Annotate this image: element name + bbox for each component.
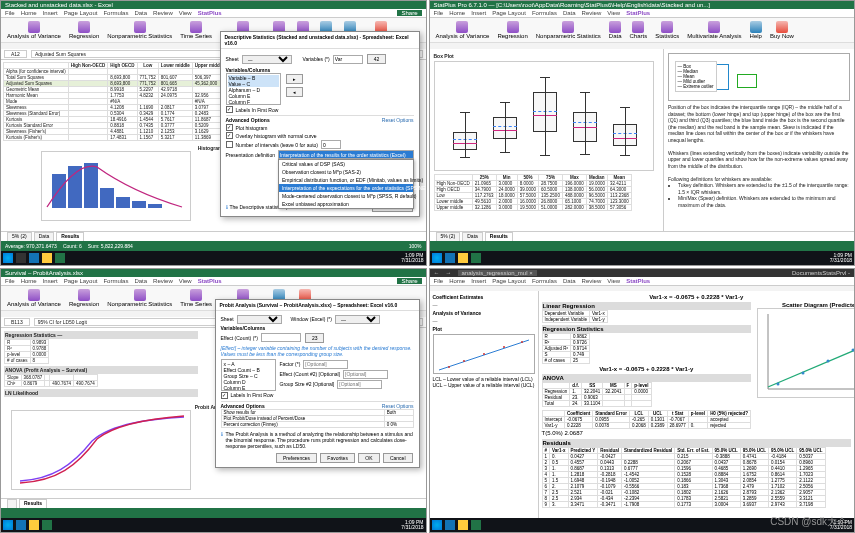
boxplot-title: Box Plot: [434, 53, 659, 59]
ribbon-tabs-br[interactable]: FileHomeInsertPage LayoutFormulasDataRev…: [430, 277, 855, 286]
reset-link-bl[interactable]: Reset Options: [382, 403, 414, 409]
sheet-tab-2[interactable]: Data: [34, 232, 55, 241]
panel-probit: Survival – ProbitAnalysis.xlsx FileHomeI…: [0, 268, 427, 534]
ok-button[interactable]: OK: [358, 453, 379, 463]
tab-data[interactable]: Data: [134, 10, 147, 16]
name-box-bl[interactable]: B113: [4, 318, 30, 326]
main-results[interactable]: Var1-x = -0.0675 + 0.2228 * Var1-y Linea…: [539, 291, 855, 519]
svg-point-1: [463, 360, 465, 362]
tab-file[interactable]: File: [5, 10, 15, 16]
panel-descriptive-stats: Stacked and unstacked data.xlsx - Excel …: [0, 0, 427, 266]
probit-dialog[interactable]: Probit Analysis (Survival – ProbitAnalys…: [215, 299, 420, 468]
explorer-icon[interactable]: [29, 520, 39, 530]
start-icon[interactable]: [3, 520, 13, 530]
explorer-icon[interactable]: [458, 520, 468, 530]
sheet-tabs-bl[interactable]: Results: [1, 498, 426, 508]
taskbar-br[interactable]: 1:10 PM7/31/2018: [430, 518, 855, 532]
boxplot-legend: — Box— Median— Mean— Mild outlier— Extre…: [675, 61, 717, 92]
sheet-select-bl[interactable]: [237, 315, 282, 324]
sheet-tab-1[interactable]: 5% (2): [7, 232, 32, 241]
left-help-pane: Coefficient Estimates — Analysis of Vari…: [430, 291, 539, 519]
effect2-input[interactable]: [343, 370, 388, 379]
start-icon[interactable]: [3, 253, 13, 263]
vars-input[interactable]: [333, 55, 363, 64]
factor-input[interactable]: [303, 360, 348, 369]
excel-icon[interactable]: [471, 253, 481, 263]
titlebar: Stacked and unstacked data.xlsx - Excel: [1, 1, 426, 9]
start-icon[interactable]: [432, 520, 442, 530]
fwd-icon[interactable]: →: [446, 270, 452, 276]
tool-anova[interactable]: Analysis of Variance: [5, 20, 63, 40]
worksheet-tr[interactable]: Box Plot 25%Min50%75%MaxMedianMeanHigh N…: [430, 49, 855, 251]
favs-button[interactable]: Favorites: [320, 453, 355, 463]
residuals-table[interactable]: #Var1-xPredicted YResidualStandardized R…: [542, 447, 826, 508]
panel-boxplot: StatPlus Pro 6.7.1.0 — [C:\Users\root\Ap…: [429, 0, 856, 266]
edge-icon[interactable]: [16, 520, 26, 530]
labels-checkbox-bl[interactable]: [221, 392, 228, 399]
descriptive-stats-dialog[interactable]: Descriptive Statistics (Stacked and unst…: [220, 31, 420, 217]
excel-icon[interactable]: [471, 520, 481, 530]
statusbar: Average: 970,371.6473 Count: 6 Sum: 5,82…: [1, 241, 426, 251]
edge-icon[interactable]: [29, 253, 39, 263]
prefs-button-bl[interactable]: Preferences: [276, 453, 317, 463]
taskbar-tr[interactable]: 1:09 PM7/31/2018: [430, 251, 855, 265]
columns-listbox-bl[interactable]: x – AEffect Count – BGroup Size – CColum…: [221, 359, 276, 391]
presentation-select[interactable]: [278, 150, 414, 159]
labels-checkbox[interactable]: [226, 106, 233, 113]
tab-pagelayout[interactable]: Page Layout: [64, 10, 98, 16]
tool-timeseries[interactable]: Time Series: [178, 20, 214, 40]
start-icon[interactable]: [432, 253, 442, 263]
sheet-tabs[interactable]: 5% (2) Data Results: [1, 231, 426, 241]
search-icon[interactable]: [16, 253, 26, 263]
taskbar[interactable]: 1:09 PM7/31/2018: [1, 251, 426, 265]
add-button[interactable]: 42: [367, 54, 387, 64]
group-input[interactable]: [337, 380, 382, 389]
sheet-select[interactable]: —: [242, 55, 292, 64]
cancel-button[interactable]: Cancel: [383, 453, 413, 463]
explorer-icon[interactable]: [42, 253, 52, 263]
window-select[interactable]: —: [335, 315, 380, 324]
sheet-tabs-tr[interactable]: 5% (2) Data Results: [430, 231, 855, 241]
browser-tab[interactable]: analysis_regression_mul ×: [458, 270, 537, 276]
titlebar-bl: Survival – ProbitAnalysis.xlsx: [1, 269, 426, 277]
add-effect[interactable]: 23: [305, 333, 325, 343]
tab-review[interactable]: Review: [153, 10, 173, 16]
move-right-icon[interactable]: ▸: [286, 74, 303, 84]
tab-formulas[interactable]: Formulas: [103, 10, 128, 16]
share-button[interactable]: Share: [397, 10, 421, 16]
tab-view[interactable]: View: [179, 10, 192, 16]
tab-statplus[interactable]: StatPlus: [198, 10, 222, 16]
svg-point-9: [826, 359, 829, 362]
boxplot-chart: [434, 61, 654, 171]
edge-icon[interactable]: [445, 253, 455, 263]
statusbar-tr: [430, 241, 855, 251]
edge-icon[interactable]: [445, 520, 455, 530]
reset-link[interactable]: Reset Options: [382, 117, 414, 123]
ribbon-tabs[interactable]: File Home Insert Page Layout Formulas Da…: [1, 9, 426, 18]
columns-listbox[interactable]: Variable – BValue – CAlphanum – DColumn …: [226, 73, 281, 105]
explorer-icon[interactable]: [458, 253, 468, 263]
effect-input[interactable]: [261, 333, 301, 342]
app-title: Stacked and unstacked data.xlsx - Excel: [5, 2, 113, 8]
panel-regression: ← → analysis_regression_mul × DocumentsS…: [429, 268, 856, 534]
equation-top: Var1-x = -0.0675 + 0.2228 * Var1-y: [542, 294, 852, 300]
taskbar-bl[interactable]: 1:09 PM7/31/2018: [1, 518, 426, 532]
move-left-icon[interactable]: ◂: [286, 87, 303, 97]
scatter-chart: ■ Var1-x ■ Var1-y: [757, 308, 854, 398]
app-title-tr: StatPlus Pro 6.7.1.0 — [C:\Users\root\Ap…: [434, 2, 710, 8]
ribbon-tabs-bl[interactable]: FileHomeInsertPage LayoutFormulasDataRev…: [1, 277, 426, 286]
name-box[interactable]: A12: [4, 50, 27, 58]
browser-tabbar[interactable]: ← → analysis_regression_mul × DocumentsS…: [430, 269, 855, 277]
tool-regression[interactable]: Regression: [67, 20, 101, 40]
sheet-tab-3[interactable]: Results: [56, 232, 84, 241]
svg-point-7: [776, 382, 779, 385]
data-table[interactable]: High Non-OECDHigh OECDLowLower middleUpp…: [3, 62, 254, 141]
excel-icon[interactable]: [55, 253, 65, 263]
excel-icon[interactable]: [42, 520, 52, 530]
ribbon-tabs-tr[interactable]: FileHomeInsertPage LayoutFormulasDataRev…: [430, 9, 855, 18]
tab-home[interactable]: Home: [21, 10, 37, 16]
tab-insert[interactable]: Insert: [43, 10, 58, 16]
presentation-dropdown[interactable]: Critical values of DSP (SAS)Observation …: [278, 159, 414, 209]
back-icon[interactable]: ←: [434, 270, 440, 276]
tool-nonparam[interactable]: Nonparametric Statistics: [105, 20, 174, 40]
